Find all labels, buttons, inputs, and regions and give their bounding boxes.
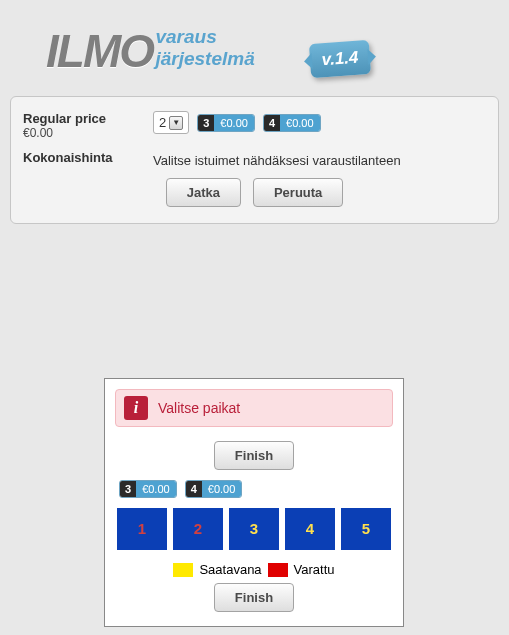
chip-number: 4 (186, 481, 202, 497)
price-chip[interactable]: 4€0.00 (185, 480, 243, 498)
alert-text: Valitse paikat (158, 400, 240, 416)
seat-available[interactable]: 5 (341, 508, 391, 550)
legend-available-label: Saatavana (199, 562, 261, 577)
seat-row: 12345 (111, 504, 397, 554)
price-chip[interactable]: 3€0.00 (197, 114, 255, 132)
quantity-stepper[interactable]: 2 ▼ (153, 111, 189, 134)
legend-reserved-label: Varattu (294, 562, 335, 577)
regular-price-label: Regular price €0.00 (23, 111, 153, 140)
total-message: Valitse istuimet nähdäksesi varaustilant… (153, 150, 486, 168)
price-chip[interactable]: 3€0.00 (119, 480, 177, 498)
chip-price: €0.00 (214, 115, 254, 131)
legend-swatch-available (173, 563, 193, 577)
info-icon: i (124, 396, 148, 420)
seat-available[interactable]: 3 (229, 508, 279, 550)
seat-reserved: 2 (173, 508, 223, 550)
legend-swatch-reserved (268, 563, 288, 577)
cancel-button[interactable]: Peruuta (253, 178, 343, 207)
seat-reserved: 1 (117, 508, 167, 550)
total-label: Kokonaishinta (23, 150, 153, 165)
legend: Saatavana Varattu (111, 562, 397, 577)
app-logo: ILMO varaus järjestelmä v.1.4 (10, 10, 499, 92)
seat-available[interactable]: 4 (285, 508, 335, 550)
continue-button[interactable]: Jatka (166, 178, 241, 207)
logo-subtitle: varaus järjestelmä (155, 26, 254, 70)
finish-button-top[interactable]: Finish (214, 441, 294, 470)
finish-button-bottom[interactable]: Finish (214, 583, 294, 612)
chevron-down-icon[interactable]: ▼ (169, 116, 183, 130)
version-badge: v.1.4 (309, 40, 371, 78)
chip-price: €0.00 (280, 115, 320, 131)
price-chip[interactable]: 4€0.00 (263, 114, 321, 132)
chip-number: 3 (198, 115, 214, 131)
chip-price: €0.00 (202, 481, 242, 497)
pricing-panel: Regular price €0.00 2 ▼ 3€0.004€0.00 Kok… (10, 96, 499, 224)
chip-number: 4 (264, 115, 280, 131)
chip-price: €0.00 (136, 481, 176, 497)
chip-number: 3 (120, 481, 136, 497)
seat-popup: i Valitse paikat Finish 3€0.004€0.00 123… (104, 378, 404, 627)
alert-banner: i Valitse paikat (115, 389, 393, 427)
logo-main: ILMO (46, 24, 153, 78)
